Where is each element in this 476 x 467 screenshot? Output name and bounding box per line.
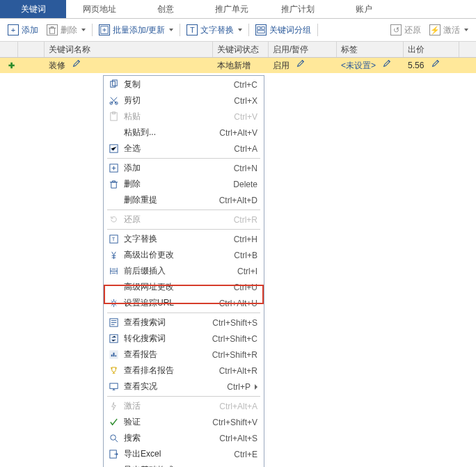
header-name[interactable]: 关键词名称 xyxy=(45,42,213,57)
text-replace-label: 文字替换 xyxy=(200,24,234,36)
header-enable[interactable]: 启用/暂停 xyxy=(269,42,337,57)
menu-paste: 粘贴 Ctrl+V xyxy=(104,109,263,125)
cell-status: 本地新增 xyxy=(213,58,269,73)
search-icon xyxy=(107,432,120,445)
header-checkbox[interactable] xyxy=(0,42,18,57)
svg-rect-18 xyxy=(109,383,117,389)
edit-icon[interactable] xyxy=(296,58,306,68)
menu-search[interactable]: 搜索 Ctrl+Alt+S xyxy=(104,430,263,446)
header-price[interactable]: 出价 xyxy=(404,42,459,57)
plus-icon: + xyxy=(8,24,19,35)
svg-point-14 xyxy=(111,301,116,306)
menu-prefix[interactable]: 前后缀插入 Ctrl+I xyxy=(104,263,263,279)
paste-icon xyxy=(107,111,120,123)
restore-button[interactable]: ↺ 还原 xyxy=(387,22,425,38)
menu-verify[interactable]: 验证 Ctrl+Shift+V xyxy=(104,414,263,430)
chart-icon xyxy=(107,349,120,361)
cell-enable: 启用 xyxy=(269,58,337,73)
menu-text-replace[interactable]: T 文字替换 Ctrl+H xyxy=(104,231,263,247)
menu-paste-to[interactable]: 粘贴到... Ctrl+Alt+V xyxy=(104,125,263,141)
check-icon xyxy=(107,416,120,429)
gear-icon xyxy=(107,297,120,310)
keyword-group-button[interactable]: 关键词分组 xyxy=(252,22,315,38)
header-status-icon xyxy=(18,42,45,57)
activate-icon xyxy=(107,400,120,413)
convert-icon xyxy=(107,333,120,345)
cell-price: 5.56 xyxy=(404,58,459,73)
menu-see-search[interactable]: 查看搜索词 Ctrl+Shift+S xyxy=(104,315,263,331)
restore-label: 还原 xyxy=(404,24,421,36)
trash-icon xyxy=(47,24,58,35)
bulk-icon xyxy=(99,24,110,35)
add-button[interactable]: + 添加 xyxy=(4,22,42,38)
table-row[interactable]: ✚ 装修 本地新增 启用 <未设置> 5.56 xyxy=(0,58,476,73)
svg-rect-1 xyxy=(257,27,260,30)
trophy-icon xyxy=(107,365,120,377)
delete-button[interactable]: 删除 xyxy=(43,22,89,38)
scissors-icon xyxy=(107,95,120,107)
menu-see-report[interactable]: 查看报告 Ctrl+Shift+R xyxy=(104,347,263,363)
menu-live-view[interactable]: 查看实况 Ctrl+P xyxy=(104,379,263,395)
restore-icon: ↺ xyxy=(390,24,402,35)
menu-restore: 还原 Ctrl+R xyxy=(104,212,263,228)
copy-icon xyxy=(107,79,120,91)
menu-track-url[interactable]: 设置追踪URL Ctrl+Alt+U xyxy=(104,295,263,311)
context-menu: 复制 Ctrl+C 剪切 Ctrl+X 粘贴 Ctrl+V 粘贴到... Ctr… xyxy=(103,75,264,467)
svg-rect-2 xyxy=(262,27,264,30)
header-status[interactable]: 关键词状态 xyxy=(213,42,269,57)
grid-header: 关键词名称 关键词状态 启用/暂停 标签 出价 xyxy=(0,42,476,58)
restore-icon xyxy=(107,214,120,226)
cell-name: 装修 xyxy=(45,58,213,73)
activate-label: 激活 xyxy=(443,24,460,36)
toolbar: + 添加 删除 批量添加/更新 T 文字替换 关键词分组 ↺ 还原 ⚡ 激活 xyxy=(0,19,476,42)
chevron-down-icon xyxy=(81,29,86,31)
group-icon xyxy=(255,24,267,35)
menu-adv-url[interactable]: 高级网址更改 Ctrl+U xyxy=(104,279,263,295)
search-list-icon xyxy=(107,317,120,329)
text-replace-button[interactable]: T 文字替换 xyxy=(183,22,246,38)
header-tag[interactable]: 标签 xyxy=(337,42,404,57)
menu-cut[interactable]: 剪切 Ctrl+X xyxy=(104,93,263,109)
main-tabs: 关键词 网页地址 创意 推广单元 推广计划 账户 xyxy=(0,0,476,19)
menu-export-excel[interactable]: 导出Excel Ctrl+E xyxy=(104,446,263,462)
chevron-down-icon xyxy=(464,29,468,31)
svg-text:T: T xyxy=(111,236,115,242)
menu-activate: 激活 Ctrl+Alt+A xyxy=(104,398,263,414)
tab-plan[interactable]: 推广计划 xyxy=(264,0,331,18)
trash-icon xyxy=(107,178,120,191)
svg-rect-16 xyxy=(109,335,117,342)
activate-button[interactable]: ⚡ 激活 xyxy=(426,22,472,38)
menu-rank-report[interactable]: 查看排名报告 Ctrl+Alt+R xyxy=(104,363,263,379)
menu-add[interactable]: 添加 Ctrl+N xyxy=(104,160,263,176)
menu-delete[interactable]: 删除 Delete xyxy=(104,176,263,192)
add-label: 添加 xyxy=(22,24,38,36)
edit-icon[interactable] xyxy=(382,58,392,68)
prefix-icon xyxy=(107,265,120,278)
delete-label: 删除 xyxy=(61,24,77,36)
menu-select-all[interactable]: 全选 Ctrl+A xyxy=(104,141,263,157)
menu-export-basic[interactable]: 导出基础格式 Ctrl+Shift+E xyxy=(104,462,263,467)
price-icon xyxy=(107,249,120,262)
tab-creative[interactable]: 创意 xyxy=(132,0,198,18)
new-row-icon: ✚ xyxy=(7,61,15,70)
bulk-add-button[interactable]: 批量添加/更新 xyxy=(95,22,177,38)
edit-icon[interactable] xyxy=(72,58,81,68)
plus-icon xyxy=(107,162,120,175)
svg-point-19 xyxy=(110,435,116,441)
tab-keyword[interactable]: 关键词 xyxy=(0,0,66,18)
select-all-icon xyxy=(107,143,120,155)
group-label: 关键词分组 xyxy=(269,24,311,36)
text-replace-icon: T xyxy=(107,233,120,246)
svg-rect-3 xyxy=(257,31,265,33)
activate-icon: ⚡ xyxy=(429,24,441,35)
export-icon xyxy=(107,448,120,461)
tab-url[interactable]: 网页地址 xyxy=(66,0,132,18)
menu-adv-bid[interactable]: 高级出价更改 Ctrl+B xyxy=(104,247,263,263)
tab-account[interactable]: 账户 xyxy=(331,0,397,18)
edit-icon[interactable] xyxy=(431,58,441,68)
menu-conv-search[interactable]: 转化搜索词 Ctrl+Shift+C xyxy=(104,331,263,347)
menu-copy[interactable]: 复制 Ctrl+C xyxy=(104,77,263,93)
menu-delete-dup[interactable]: 删除重提 Ctrl+Alt+D xyxy=(104,192,263,208)
monitor-icon xyxy=(107,381,120,393)
tab-unit[interactable]: 推广单元 xyxy=(198,0,264,18)
